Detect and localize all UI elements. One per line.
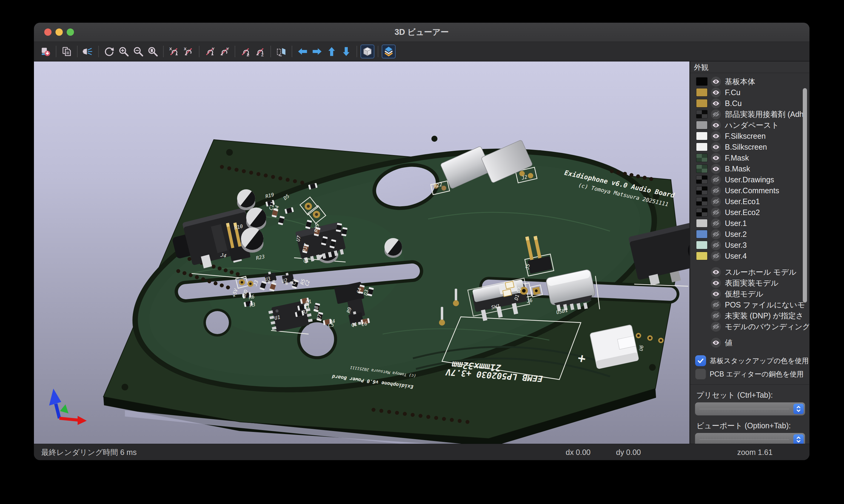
- visibility-eye-icon[interactable]: [711, 289, 721, 299]
- layer-row[interactable]: B.Mask: [690, 163, 809, 174]
- layer-label: User.Comments: [725, 186, 779, 195]
- model-row[interactable]: 仮想モデル: [690, 288, 809, 299]
- visibility-eye-off-icon[interactable]: [711, 208, 721, 217]
- layer-row[interactable]: User.2: [690, 229, 809, 239]
- stepper-icon[interactable]: [793, 404, 804, 414]
- export-board-image[interactable]: [38, 44, 52, 58]
- layer-color-swatch[interactable]: [696, 197, 707, 205]
- layer-color-swatch[interactable]: [696, 186, 707, 195]
- visibility-eye-icon[interactable]: [711, 98, 721, 108]
- layer-color-swatch[interactable]: [696, 154, 707, 162]
- toggle-appearance-layers[interactable]: [382, 44, 396, 58]
- visibility-eye-off-icon[interactable]: [711, 322, 721, 332]
- layer-row[interactable]: User.Eco1: [690, 196, 809, 207]
- stepper-icon[interactable]: [793, 434, 804, 444]
- layer-row[interactable]: User.4: [690, 251, 809, 262]
- layer-color-swatch[interactable]: [696, 121, 707, 129]
- layer-label: F.Mask: [725, 154, 749, 162]
- visibility-eye-icon[interactable]: [711, 338, 721, 348]
- layer-color-swatch[interactable]: [696, 241, 707, 249]
- layer-color-swatch[interactable]: [696, 88, 707, 96]
- visibility-eye-icon[interactable]: [711, 120, 721, 130]
- layer-row[interactable]: ハンダペースト: [690, 120, 809, 130]
- model-row[interactable]: POS ファイルにないモ: [690, 299, 809, 310]
- visibility-eye-off-icon[interactable]: [711, 300, 721, 310]
- rotate-y-counterclockwise[interactable]: Y: [217, 44, 231, 58]
- visibility-eye-off-icon[interactable]: [711, 229, 721, 239]
- viewport-3d[interactable]: Exidiophone v6.0 Audio Board (c) Tomoya …: [34, 61, 689, 444]
- layer-row[interactable]: B.Silkscreen: [690, 141, 809, 152]
- visibility-eye-off-icon[interactable]: [711, 218, 721, 228]
- pan-right[interactable]: [310, 44, 324, 58]
- checkbox-row-stackup[interactable]: 基板スタックアップの色を使用: [690, 354, 809, 367]
- preset-select[interactable]: [695, 402, 805, 415]
- layer-row[interactable]: User.3: [690, 239, 809, 251]
- visibility-eye-icon[interactable]: [711, 267, 721, 277]
- rotate-y-clockwise[interactable]: Y: [203, 44, 217, 58]
- model-row[interactable]: モデルのバウンディング: [690, 321, 809, 332]
- svg-text:C5: C5: [327, 322, 334, 329]
- axis-gizmo: [49, 389, 87, 425]
- visibility-eye-icon[interactable]: [711, 153, 721, 163]
- visibility-eye-off-icon[interactable]: [711, 240, 721, 250]
- zoom-to-fit[interactable]: [146, 44, 160, 58]
- render-current-view[interactable]: [81, 44, 95, 58]
- layer-color-swatch[interactable]: [696, 132, 707, 140]
- visibility-eye-off-icon[interactable]: [711, 186, 721, 196]
- rotate-x-counterclockwise[interactable]: X: [182, 44, 195, 58]
- pan-down[interactable]: [339, 44, 353, 58]
- visibility-eye-off-icon[interactable]: [711, 311, 721, 321]
- layer-row[interactable]: User.1: [690, 218, 809, 229]
- pan-left[interactable]: [296, 44, 310, 58]
- layer-color-swatch[interactable]: [696, 176, 707, 183]
- layer-row[interactable]: F.Mask: [690, 152, 809, 163]
- visibility-eye-icon[interactable]: [711, 88, 721, 97]
- layer-row[interactable]: 基板本体: [690, 76, 809, 87]
- redraw[interactable]: [102, 44, 116, 58]
- layer-color-swatch[interactable]: [696, 230, 707, 238]
- model-row[interactable]: スルーホール モデル: [690, 267, 809, 277]
- layer-color-swatch[interactable]: [696, 143, 707, 151]
- rotate-z-clockwise[interactable]: Z: [239, 44, 253, 58]
- checkbox-row-copper[interactable]: PCB エディターの銅色を使用: [690, 367, 809, 381]
- layer-color-swatch[interactable]: [696, 165, 707, 173]
- visibility-eye-icon[interactable]: [711, 164, 721, 174]
- layer-color-swatch[interactable]: [696, 110, 707, 118]
- flip-board[interactable]: [274, 44, 288, 58]
- model-row[interactable]: 表面実装モデル: [690, 277, 809, 288]
- layer-color-swatch[interactable]: [696, 219, 707, 227]
- toggle-orthographic-projection[interactable]: [360, 44, 374, 58]
- pan-up[interactable]: [325, 44, 339, 58]
- values-row[interactable]: 値: [690, 337, 809, 348]
- layer-row[interactable]: B.Cu: [690, 98, 809, 109]
- model-row[interactable]: 未実装 (DNP) が指定さ: [690, 310, 809, 321]
- layer-color-swatch[interactable]: [696, 252, 707, 260]
- layer-row[interactable]: User.Comments: [690, 185, 809, 196]
- layer-row[interactable]: User.Eco2: [690, 207, 809, 218]
- layer-row[interactable]: 部品実装用接着剤 (Adh: [690, 109, 809, 120]
- scrollbar-thumb[interactable]: [803, 88, 807, 303]
- visibility-eye-icon[interactable]: [711, 278, 721, 288]
- visibility-eye-off-icon[interactable]: [711, 109, 721, 119]
- copy-image[interactable]: [60, 44, 74, 58]
- visibility-eye-off-icon[interactable]: [711, 197, 721, 206]
- rotate-x-clockwise[interactable]: X: [167, 44, 181, 58]
- viewport-select[interactable]: [695, 433, 805, 444]
- layer-row[interactable]: F.Cu: [690, 87, 809, 98]
- rotate-z-counterclockwise[interactable]: Z: [253, 44, 267, 58]
- svg-text:X: X: [169, 46, 172, 51]
- checkbox-pcb-copper-colors[interactable]: [695, 368, 706, 379]
- layer-row[interactable]: User.Drawings: [690, 174, 809, 185]
- layer-row[interactable]: F.Silkscreen: [690, 130, 809, 141]
- visibility-eye-icon[interactable]: [711, 131, 721, 141]
- visibility-eye-off-icon[interactable]: [711, 251, 721, 261]
- visibility-eye-off-icon[interactable]: [711, 175, 721, 185]
- layer-color-swatch[interactable]: [696, 100, 707, 107]
- zoom-in[interactable]: [117, 44, 131, 58]
- visibility-eye-icon[interactable]: [711, 77, 721, 87]
- layer-color-swatch[interactable]: [696, 209, 707, 216]
- zoom-out[interactable]: [131, 44, 145, 58]
- checkbox-stackup-colors[interactable]: [695, 355, 706, 366]
- layer-color-swatch[interactable]: [696, 77, 707, 85]
- visibility-eye-icon[interactable]: [711, 142, 721, 152]
